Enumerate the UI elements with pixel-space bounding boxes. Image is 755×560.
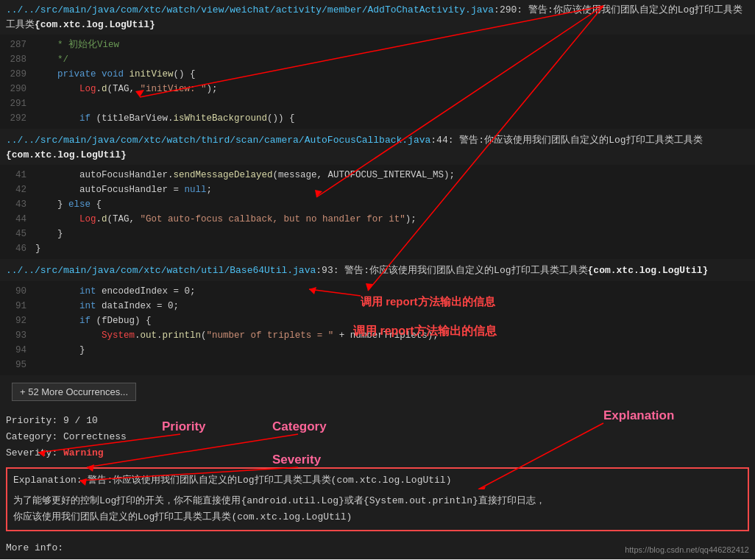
severity-value: Warning <box>63 447 104 458</box>
code-line: 290 Log.d(TAG, "initView: "); <box>0 82 755 96</box>
more-occurrences-container: + 52 More Occurrences... <box>0 375 755 408</box>
code-line: 287 * 初始化View <box>0 38 755 52</box>
category-line: Category: Correctness <box>6 429 749 445</box>
code-line: 46} <box>0 241 755 256</box>
code-line: 42 autoFocusHandler = null; <box>0 182 755 197</box>
file3-code-block: 90 int encodedIndex = 0; 91 int dataInde… <box>0 281 755 375</box>
explanation-body: 为了能够更好的控制Log打印的开关，你不能直接使用{android.util.L… <box>13 493 742 525</box>
more-occurrences-button[interactable]: + 52 More Occurrences... <box>12 383 136 401</box>
code-line: 95 <box>0 358 755 372</box>
code-line: 292 if (titleBarView.isWhiteBackground()… <box>0 111 755 126</box>
code-line: 288 */ <box>0 52 755 67</box>
file3-warning-text: 警告:你应该使用我们团队自定义的Log打印工具类工具类{com.xtc.log.… <box>344 265 708 276</box>
file1-warning-header: ../../src/main/java/com/xtc/watch/view/w… <box>0 0 755 35</box>
file3-warning-header: ../../src/main/java/com/xtc/watch/util/B… <box>0 259 755 281</box>
explanation-box: Explanation: 警告:你应该使用我们团队自定义的Log打印工具类工具类… <box>6 467 749 531</box>
code-line: 291 <box>0 96 755 111</box>
code-line: 44 Log.d(TAG, "Got auto-focus callback, … <box>0 212 755 227</box>
file1-path[interactable]: ../../src/main/java/com/xtc/watch/view/w… <box>6 4 494 15</box>
code-line: 45 } <box>0 227 755 241</box>
file1-code-block: 287 * 初始化View 288 */ 289 private void in… <box>0 35 755 129</box>
file2-warning-header: ../../src/main/java/com/xtc/watch/third/… <box>0 129 755 165</box>
code-line: 43 } else { <box>0 197 755 212</box>
file3-path[interactable]: ../../src/main/java/com/xtc/watch/util/B… <box>6 265 316 276</box>
code-line: 94 } <box>0 343 755 358</box>
code-line: 41 autoFocusHandler.sendMessageDelayed(m… <box>0 168 755 182</box>
explanation-title: Explanation: 警告:你应该使用我们团队自定义的Log打印工具类工具类… <box>13 473 742 489</box>
priority-line: Priority: 9 / 10 <box>6 413 749 429</box>
file2-line-ref: :44: <box>430 135 459 146</box>
file3-line-ref: :93: <box>316 265 344 276</box>
watermark: https://blog.csdn.net/qq446282412 <box>625 545 749 554</box>
code-line: 93 System.out.println("number of triplet… <box>0 328 755 343</box>
file2-code-block: 41 autoFocusHandler.sendMessageDelayed(m… <box>0 165 755 259</box>
severity-line: Severity: Warning <box>6 445 749 461</box>
code-line: 289 private void initView() { <box>0 67 755 82</box>
info-section: Priority Category Severity Explanation P… <box>0 408 755 463</box>
code-line: 91 int dataIndex = 0; <box>0 299 755 313</box>
code-line: 92 if (fDebug) { <box>0 313 755 328</box>
file1-line-ref: :290: <box>494 4 528 15</box>
code-line: 90 int encodedIndex = 0; <box>0 284 755 299</box>
file2-path[interactable]: ../../src/main/java/com/xtc/watch/third/… <box>6 135 430 146</box>
